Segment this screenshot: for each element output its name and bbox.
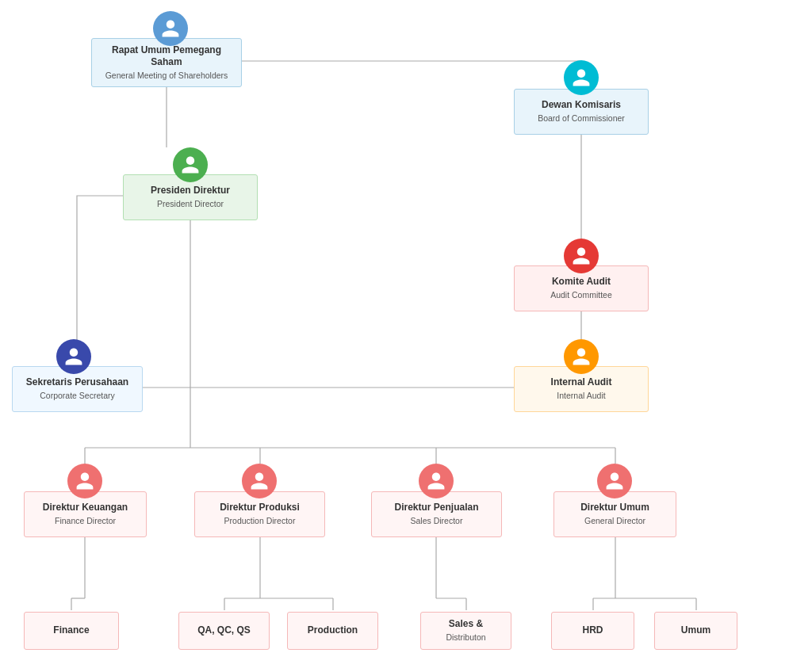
internalaudit-subtitle: Internal Audit: [557, 391, 605, 402]
dirumum-subtitle: General Director: [584, 516, 645, 527]
umum-title: Umum: [681, 624, 710, 637]
internalaudit-title: Internal Audit: [551, 376, 612, 389]
presdir-subtitle: President Director: [157, 199, 224, 210]
org-chart: Rapat Umum Pemegang Saham General Meetin…: [0, 0, 812, 672]
komisaris-subtitle: Board of Commissioner: [538, 113, 625, 124]
box-hrd: HRD: [551, 612, 634, 650]
qaqcqs-title: QA, QC, QS: [197, 624, 251, 637]
avatar-komiteaudit: [564, 239, 599, 273]
salesdist-subtitle: Distributon: [446, 632, 485, 643]
dirjual-subtitle: Sales Director: [411, 516, 463, 527]
box-umum: Umum: [654, 612, 737, 650]
avatar-internalaudit: [564, 339, 599, 374]
dirkeu-title: Direktur Keuangan: [43, 502, 128, 514]
production-title: Production: [308, 624, 358, 637]
komiteaudit-subtitle: Audit Committee: [550, 290, 612, 301]
sekcorp-title: Sekretaris Perusahaan: [26, 376, 128, 389]
box-production: Production: [287, 612, 378, 650]
dirumum-title: Direktur Umum: [580, 502, 649, 514]
avatar-presdir: [173, 147, 208, 182]
finance-title: Finance: [53, 624, 89, 637]
dirprod-subtitle: Production Director: [224, 516, 296, 527]
box-qaqcqs: QA, QC, QS: [178, 612, 270, 650]
rups-title: Rapat Umum Pemegang Saham: [100, 44, 233, 69]
box-finance: Finance: [24, 612, 119, 650]
avatar-rups: [153, 11, 188, 46]
hrd-title: HRD: [583, 624, 603, 637]
presdir-title: Presiden Direktur: [151, 185, 230, 197]
dirjual-title: Direktur Penjualan: [394, 502, 478, 514]
rups-subtitle: General Meeting of Shareholders: [105, 71, 228, 82]
box-komisaris: Dewan Komisaris Board of Commissioner: [514, 89, 649, 135]
dirprod-title: Direktur Produksi: [220, 502, 300, 514]
sekcorp-subtitle: Corporate Secretary: [40, 391, 115, 402]
avatar-dirkeu: [67, 464, 102, 498]
connector-lines: [0, 0, 812, 672]
salesdist-title: Sales &: [449, 618, 483, 631]
avatar-dirjual: [419, 464, 454, 498]
box-salesdist: Sales & Distributon: [420, 612, 511, 650]
avatar-komisaris: [564, 60, 599, 95]
avatar-sekcorp: [56, 339, 91, 374]
komisaris-title: Dewan Komisaris: [542, 99, 621, 112]
komiteaudit-title: Komite Audit: [552, 276, 611, 288]
avatar-dirumum: [597, 464, 632, 498]
dirkeu-subtitle: Finance Director: [55, 516, 116, 527]
avatar-dirprod: [242, 464, 277, 498]
